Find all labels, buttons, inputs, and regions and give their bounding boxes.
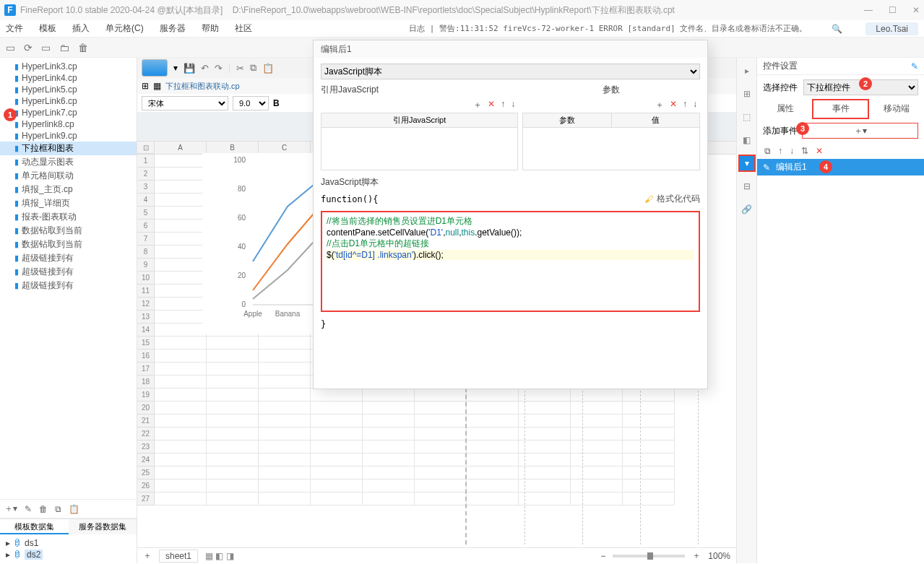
file-tree-item[interactable]: ▮超级链接到有: [0, 279, 137, 292]
row-header[interactable]: 12: [137, 298, 155, 311]
template-icon[interactable]: ▦: [153, 81, 161, 91]
cell[interactable]: [623, 415, 675, 428]
file-tree-item[interactable]: ▮Hyperlink8.cp: [0, 118, 137, 130]
cell[interactable]: [207, 389, 259, 402]
cell[interactable]: [311, 415, 363, 428]
cell[interactable]: [311, 467, 363, 480]
cell[interactable]: [155, 155, 207, 168]
cell[interactable]: [259, 376, 311, 389]
trash-icon[interactable]: 🗑: [78, 42, 88, 53]
cell[interactable]: [467, 428, 519, 441]
cut-icon[interactable]: ✂: [236, 63, 244, 74]
tab-attributes[interactable]: 属性: [757, 100, 813, 118]
cell[interactable]: [623, 480, 675, 493]
cell[interactable]: [623, 467, 675, 480]
row-header[interactable]: 9: [137, 259, 155, 272]
cell[interactable]: [571, 480, 623, 493]
cell[interactable]: [259, 415, 311, 428]
dataset-item[interactable]: ▸🛢ds1: [3, 537, 134, 549]
menu-insert[interactable]: 插入: [72, 22, 90, 35]
cell[interactable]: [155, 181, 207, 194]
new-icon[interactable]: ▭: [6, 42, 15, 53]
cell[interactable]: [415, 441, 467, 454]
cell[interactable]: [155, 311, 207, 324]
cell[interactable]: [519, 428, 571, 441]
cell[interactable]: [155, 272, 207, 285]
row-header[interactable]: 5: [137, 207, 155, 220]
cell[interactable]: [207, 363, 259, 376]
menu-community[interactable]: 社区: [235, 22, 252, 35]
cell[interactable]: [571, 415, 623, 428]
row-header[interactable]: 13: [137, 311, 155, 324]
file-tree-item[interactable]: ▮HyperLink3.cp: [0, 61, 137, 72]
cell[interactable]: [623, 454, 675, 467]
dataset-item[interactable]: ▸🛢ds2: [3, 549, 134, 560]
cell[interactable]: [311, 441, 363, 454]
cell[interactable]: [155, 285, 207, 298]
cell[interactable]: [519, 454, 571, 467]
cell[interactable]: [155, 363, 207, 376]
cell[interactable]: [259, 454, 311, 467]
cell[interactable]: [155, 194, 207, 207]
cell[interactable]: [311, 454, 363, 467]
event-item[interactable]: ✎ 编辑后1 4: [757, 159, 924, 175]
cell[interactable]: [467, 480, 519, 493]
cell[interactable]: [467, 467, 519, 480]
preview-button[interactable]: [142, 59, 168, 77]
cell[interactable]: [207, 350, 259, 363]
redo-icon[interactable]: ↷: [215, 63, 223, 74]
cell[interactable]: [155, 480, 207, 493]
cell[interactable]: [571, 402, 623, 415]
cell[interactable]: [415, 428, 467, 441]
cell[interactable]: [415, 389, 467, 402]
expand-icon[interactable]: ▸: [740, 64, 754, 78]
cell[interactable]: [467, 493, 519, 506]
file-tree-item[interactable]: ▮超级链接到有: [0, 251, 137, 265]
cell[interactable]: [155, 428, 207, 441]
file-tree-item[interactable]: ▮HyperLink4.cp: [0, 72, 137, 84]
file-tree-item[interactable]: ▮填报_详细页: [0, 196, 137, 210]
cell[interactable]: [311, 493, 363, 506]
param-table[interactable]: 参数值: [522, 113, 700, 170]
cell[interactable]: [363, 428, 415, 441]
style-icon[interactable]: ⬚: [740, 110, 754, 124]
row-header[interactable]: 19: [137, 389, 155, 402]
open-icon[interactable]: ▭: [41, 42, 51, 53]
cell[interactable]: [415, 402, 467, 415]
row-header[interactable]: 22: [137, 428, 155, 441]
font-size-select[interactable]: 9.0: [233, 96, 269, 110]
row-header[interactable]: 24: [137, 454, 155, 467]
menu-help[interactable]: 帮助: [202, 22, 219, 35]
cond-icon[interactable]: ◧: [740, 133, 754, 147]
tab-mobile[interactable]: 移动端: [868, 100, 924, 118]
folder-icon[interactable]: 🗀: [59, 42, 69, 53]
row-header[interactable]: 25: [137, 467, 155, 480]
cell-props-icon[interactable]: ⊞: [740, 87, 754, 101]
paste-icon[interactable]: 📋: [69, 504, 79, 514]
file-tree-item[interactable]: ▮HyperLink7.cp: [0, 107, 137, 118]
cell[interactable]: [155, 350, 207, 363]
cell[interactable]: [259, 363, 311, 376]
sheet-icons[interactable]: ▦ ◧ ◨: [205, 551, 234, 561]
copy2-icon[interactable]: ⧉: [250, 62, 256, 74]
cell[interactable]: [363, 467, 415, 480]
cell[interactable]: [415, 480, 467, 493]
cell[interactable]: [155, 337, 207, 350]
cell[interactable]: [155, 168, 207, 181]
cell[interactable]: [623, 493, 675, 506]
cell[interactable]: [155, 324, 207, 337]
link-icon[interactable]: ⊟: [740, 179, 754, 194]
tab-events[interactable]: 事件: [813, 100, 868, 118]
cell[interactable]: [259, 467, 311, 480]
cell[interactable]: [207, 428, 259, 441]
ref-add-icon[interactable]: ＋: [473, 99, 482, 111]
file-tree-item[interactable]: ▮数据钻取到当前: [0, 238, 137, 251]
cell[interactable]: [155, 246, 207, 259]
cell[interactable]: [571, 389, 623, 402]
add-icon[interactable]: ＋▾: [4, 503, 17, 515]
menu-template[interactable]: 模板: [39, 22, 56, 35]
cell[interactable]: [363, 389, 415, 402]
script-type-select[interactable]: JavaScript脚本: [321, 64, 700, 79]
file-tree-item[interactable]: ▮数据钻取到当前: [0, 224, 137, 238]
cell[interactable]: [155, 467, 207, 480]
